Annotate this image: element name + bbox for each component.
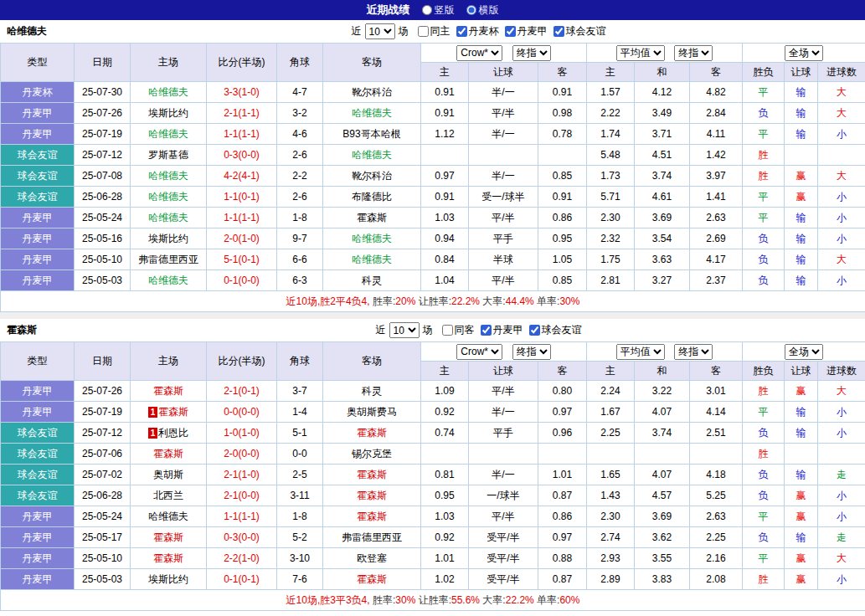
home-team: 罗斯基德 [131,145,207,166]
filter-checkbox-option[interactable]: 球会友谊 [553,24,606,38]
away-team-link[interactable]: 霍森斯 [357,573,387,585]
away-team-link[interactable]: 霍森斯 [357,427,387,439]
odds-company-select[interactable]: Crow* [456,344,502,360]
odds-company-select[interactable]: Crow* [456,45,502,61]
filter-checkbox-option[interactable]: 同主 [418,24,451,38]
recent-results-table: 类型 日期 主场 比分(半场) 角球 客场 Crow* 终指 平均值 终指 [0,43,865,312]
filter-checkbox[interactable] [529,325,540,336]
handicap-home-odds: 0.91 [421,187,469,208]
match-scope-select[interactable]: 全场 [785,45,823,61]
home-team-link[interactable]: 哈维德夫 [148,191,188,203]
match-scope-select[interactable]: 全场 [785,344,823,360]
home-team-link[interactable]: 埃斯比约 [148,233,188,244]
home-team-link[interactable]: 罗斯基德 [148,149,188,161]
away-team-link[interactable]: 哈维德夫 [352,149,392,161]
away-team-link[interactable]: 霍森斯 [357,212,387,223]
home-team-link[interactable]: 哈维德夫 [148,212,188,223]
handicap-home-odds: 1.09 [421,381,469,402]
match-row: 球会友谊25-07-02奥胡斯2-1(1-0)2-5霍森斯0.81半/一1.01… [1,465,865,485]
vertical-layout-radio[interactable] [422,5,432,15]
filter-checkbox-option[interactable]: 同客 [442,323,475,337]
home-team-link[interactable]: 弗雷德里西亚 [138,254,198,265]
home-team-link[interactable]: 埃斯比约 [148,107,188,119]
away-team-link[interactable]: 霍森斯 [357,469,387,480]
filter-checkbox-option[interactable]: 丹麦甲 [481,323,523,337]
home-team-link[interactable]: 哈维德夫 [148,275,188,286]
avg-home-odds: 2.32 [587,228,635,249]
result-handicap: 输 [785,249,818,270]
away-team-link[interactable]: 靴尔科治 [352,86,392,98]
home-team-link[interactable]: 霍森斯 [153,448,183,459]
away-team-link[interactable]: 哈维德夫 [352,107,392,119]
filter-checkbox[interactable] [481,325,492,336]
league-badge: 球会友谊 [1,145,75,166]
sub-wdl-header: 胜负 [743,63,785,82]
home-team-link[interactable]: 哈维德夫 [148,511,188,522]
col-corner-header: 角球 [277,342,323,381]
home-team-link[interactable]: 哈维德夫 [148,170,188,182]
away-team-link[interactable]: B93哥本哈根 [342,128,400,140]
filter-checkbox[interactable] [418,26,429,37]
avg-home-odds: 2.93 [587,548,635,569]
recent-count-select[interactable]: 10 [365,23,395,39]
result-wdl: 负 [743,465,785,485]
horizontal-layout-radio[interactable] [466,5,476,15]
away-team-link[interactable]: 科灵 [362,385,382,397]
match-date: 25-06-28 [75,187,131,208]
result-scope-header-cell: 全场 [743,342,865,362]
score: 2-1(1-1) [207,103,277,124]
away-team-link[interactable]: 欧登塞 [357,552,387,564]
away-team-link[interactable]: 靴尔科治 [352,170,392,182]
home-team-link[interactable]: 霍森斯 [158,406,188,418]
avg-away-odds: 2.37 [690,270,743,291]
away-team-link[interactable]: 布隆德比 [352,191,392,203]
away-team-link[interactable]: 霍森斯 [357,490,387,501]
section-bar: 霍森斯 近 10 场 同客丹麦甲球会友谊 [0,319,865,341]
away-team-link[interactable]: 科灵 [362,275,382,286]
avg-odds-stage-select[interactable]: 终指 [674,45,713,61]
avg-home-odds: 1.74 [587,124,635,145]
result-handicap: 输 [785,103,818,124]
away-team-link[interactable]: 霍森斯 [357,511,387,522]
match-date: 25-07-08 [75,166,131,187]
layout-option-vertical[interactable]: 竖版 [422,3,455,18]
match-date: 25-05-03 [75,569,131,590]
home-team-link[interactable]: 北西兰 [153,490,183,501]
away-team-link[interactable]: 弗雷德里西亚 [342,531,402,543]
handicap-home-odds: 1.01 [421,548,469,569]
filter-checkbox-option[interactable]: 丹麦杯 [456,24,499,38]
home-team-link[interactable]: 哈维德夫 [148,86,188,98]
filter-checkbox[interactable] [456,26,467,37]
odds-stage-select[interactable]: 终指 [512,344,551,360]
home-team-link[interactable]: 霍森斯 [153,552,183,564]
away-team-link[interactable]: 哈维德夫 [352,233,392,244]
avg-home-odds: 1.65 [587,465,635,485]
filter-checkbox-option[interactable]: 球会友谊 [529,323,582,337]
stat-segment: 大率: [480,295,506,307]
layout-option-horizontal[interactable]: 横版 [466,3,499,18]
filter-checkbox[interactable] [442,325,453,336]
filter-checkbox[interactable] [505,26,516,37]
league-badge: 球会友谊 [1,166,75,187]
odds-stage-select[interactable]: 终指 [512,45,551,61]
filter-checkbox[interactable] [553,26,564,37]
away-team-link[interactable]: 锡尔克堡 [352,448,392,459]
handicap-away-odds: 0.95 [538,228,587,249]
avg-odds-select[interactable]: 平均值 [616,344,665,360]
home-team-link[interactable]: 霍森斯 [153,531,183,543]
home-team-link[interactable]: 埃斯比约 [148,573,188,585]
home-team-link[interactable]: 奥胡斯 [153,469,183,480]
filter-group: 近 10 场 同客丹麦甲球会友谊 [376,322,582,338]
avg-odds-stage-select[interactable]: 终指 [674,344,713,360]
home-team-link[interactable]: 哈维德夫 [148,128,188,140]
home-team-link[interactable]: 利恩比 [158,427,188,439]
away-team-link[interactable]: 奥胡斯费马 [347,406,397,418]
stat-segment: 让胜率: [415,295,451,307]
result-handicap: 赢 [785,548,818,569]
avg-odds-select[interactable]: 平均值 [616,45,665,61]
avg-home-odds: 2.74 [587,527,635,548]
home-team-link[interactable]: 霍森斯 [153,385,183,397]
recent-count-select[interactable]: 10 [389,322,420,338]
away-team-link[interactable]: 哈维德夫 [352,254,392,265]
filter-checkbox-option[interactable]: 丹麦甲 [505,24,548,38]
